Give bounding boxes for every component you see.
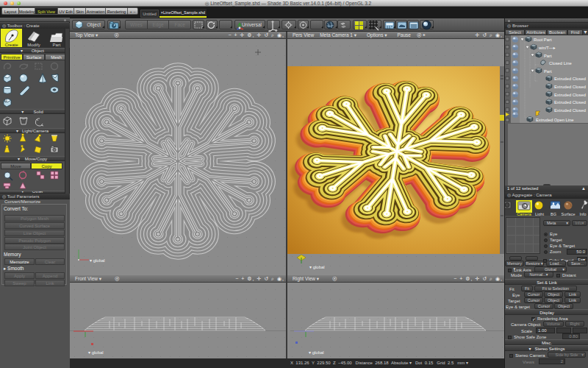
svg-text:▾ global: ▾ global [88,350,104,355]
svg-text:Root Part: Root Part [534,38,552,42]
svg-text:Extruded Closed: Extruded Closed [554,108,586,113]
svg-text:Closed Line: Closed Line [549,61,572,66]
svg-text:Extruded Closed: Extruded Closed [554,77,586,81]
svg-text:▾ global: ▾ global [309,350,324,355]
svg-text:Extruded Open Line: Extruded Open Line [536,118,574,122]
svg-text:win/T—▸: win/T—▸ [538,46,556,50]
svg-text:Extruded Closed: Extruded Closed [554,100,586,105]
svg-text:Extruded Closed: Extruded Closed [554,85,586,89]
svg-text:Extruded Closed: Extruded Closed [554,93,586,97]
svg-text:Part: Part [544,54,552,58]
svg-text:Part: Part [544,69,552,74]
svg-text:▾ global: ▾ global [309,265,325,269]
svg-text:▾ global: ▾ global [90,258,105,263]
